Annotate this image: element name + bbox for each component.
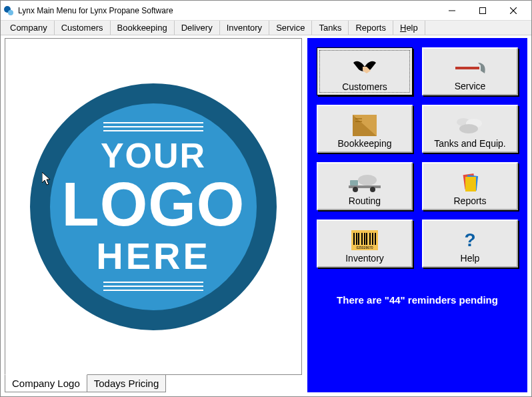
- svg-point-17: [370, 187, 375, 192]
- minimize-button[interactable]: [437, 1, 467, 21]
- menu-reports[interactable]: Reports: [349, 21, 393, 35]
- menu-tanks[interactable]: Tanks: [312, 21, 349, 35]
- right-pane: Customers Service: [307, 38, 527, 392]
- tab-company-logo[interactable]: Company Logo: [5, 374, 87, 392]
- routing-label: Routing: [349, 195, 381, 206]
- logo-text-logo: LOGO: [62, 175, 245, 234]
- menu-customers[interactable]: Customers: [55, 21, 111, 35]
- menu-help[interactable]: Help: [393, 21, 425, 35]
- logo-frame: YOUR LOGO HERE: [5, 38, 302, 375]
- menu-delivery[interactable]: Delivery: [175, 21, 220, 35]
- handshake-icon: [351, 57, 379, 80]
- service-label: Service: [455, 81, 486, 91]
- help-button[interactable]: ? Help: [422, 220, 518, 268]
- reports-label: Reports: [453, 195, 486, 206]
- reports-button[interactable]: Reports: [422, 162, 518, 210]
- tanks-icon: [457, 114, 483, 137]
- svg-point-13: [358, 175, 377, 185]
- window-title: Lynx Main Menu for Lynx Propane Software: [18, 6, 437, 15]
- help-label: Help: [461, 253, 480, 264]
- tanks-button[interactable]: Tanks and Equip.: [422, 105, 518, 153]
- reports-icon: [460, 171, 480, 194]
- left-pane: YOUR LOGO HERE Company Logo Todays Prici…: [5, 38, 302, 392]
- tab-bar: Company Logo Todays Pricing: [5, 374, 302, 392]
- menubar: CompanyCustomersBookkeepingDeliveryInven…: [1, 21, 531, 35]
- inventory-button[interactable]: 025028670 Inventory: [317, 220, 413, 268]
- logo-top-lines: [103, 122, 203, 131]
- service-button[interactable]: Service: [422, 47, 518, 95]
- customers-button[interactable]: Customers: [317, 47, 413, 95]
- menu-bookkeeping[interactable]: Bookkeeping: [111, 21, 175, 35]
- menu-company[interactable]: Company: [3, 21, 55, 35]
- bookkeeping-button[interactable]: Bookkeeping: [317, 105, 413, 153]
- svg-point-1: [8, 10, 13, 15]
- bookkeeping-label: Bookkeeping: [338, 138, 392, 149]
- app-icon: [3, 5, 14, 16]
- logo-placeholder: YOUR LOGO HERE: [30, 83, 277, 330]
- svg-rect-6: [455, 67, 479, 69]
- svg-text:025028670: 025028670: [356, 246, 373, 250]
- logo-text-your: YOUR: [101, 135, 206, 175]
- menu-service[interactable]: Service: [269, 21, 312, 35]
- customers-label: Customers: [342, 81, 387, 92]
- question-icon: ?: [463, 229, 477, 252]
- tab-todays-pricing[interactable]: Todays Pricing: [87, 374, 167, 392]
- maximize-button[interactable]: [467, 1, 498, 21]
- svg-rect-14: [350, 180, 358, 185]
- routing-button[interactable]: Routing: [317, 162, 413, 210]
- tanks-label: Tanks and Equip.: [434, 138, 505, 149]
- truck-icon: [349, 171, 381, 194]
- close-button[interactable]: [498, 1, 529, 21]
- titlebar: Lynx Main Menu for Lynx Propane Software: [1, 1, 531, 21]
- svg-point-12: [459, 124, 478, 133]
- wrench-icon: [454, 57, 486, 79]
- content-area: YOUR LOGO HERE Company Logo Todays Prici…: [1, 35, 531, 396]
- logo-bottom-lines: [103, 282, 203, 291]
- button-grid: Customers Service: [317, 47, 518, 268]
- logo-text-here: HERE: [96, 234, 211, 278]
- svg-rect-20: [465, 177, 476, 191]
- menu-inventory[interactable]: Inventory: [220, 21, 269, 35]
- svg-point-16: [353, 187, 358, 192]
- reminders-text: There are "44" reminders pending: [317, 294, 518, 306]
- barcode-icon: 025028670: [351, 229, 378, 252]
- window-controls: [437, 1, 529, 21]
- inventory-label: Inventory: [345, 253, 384, 264]
- ledger-icon: [353, 114, 377, 137]
- svg-text:?: ?: [464, 230, 475, 250]
- svg-rect-3: [480, 7, 486, 13]
